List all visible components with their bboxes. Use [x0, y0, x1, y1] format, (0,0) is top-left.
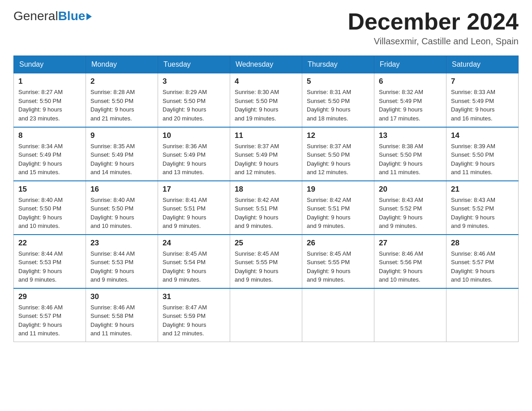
day-number: 22	[18, 239, 81, 248]
day-number: 14	[451, 131, 514, 140]
table-row: 14 Sunrise: 8:39 AM Sunset: 5:50 PM Dayl…	[446, 127, 519, 181]
table-row: 28 Sunrise: 8:46 AM Sunset: 5:57 PM Dayl…	[446, 235, 519, 288]
table-row: 23 Sunrise: 8:44 AM Sunset: 5:53 PM Dayl…	[86, 235, 158, 288]
day-number: 30	[90, 292, 153, 301]
day-number: 15	[18, 185, 81, 194]
page-header: General Blue December 2024 Villasexmir, …	[13, 9, 519, 47]
day-number: 9	[90, 131, 153, 140]
table-row: 24 Sunrise: 8:45 AM Sunset: 5:54 PM Dayl…	[158, 235, 230, 288]
day-number: 4	[235, 77, 297, 86]
day-number: 10	[163, 131, 225, 140]
day-number: 31	[163, 292, 225, 301]
day-number: 16	[90, 185, 153, 194]
logo-blue-text: Blue	[58, 9, 86, 23]
table-row: 3 Sunrise: 8:29 AM Sunset: 5:50 PM Dayli…	[158, 73, 230, 127]
day-number: 5	[307, 77, 369, 86]
day-info: Sunrise: 8:40 AM Sunset: 5:50 PM Dayligh…	[18, 196, 81, 231]
table-row: 10 Sunrise: 8:36 AM Sunset: 5:49 PM Dayl…	[158, 127, 230, 181]
table-row: 31 Sunrise: 8:47 AM Sunset: 5:59 PM Dayl…	[158, 288, 230, 342]
table-row	[374, 288, 446, 342]
title-section: December 2024 Villasexmir, Castille and …	[348, 9, 519, 47]
day-number: 23	[90, 239, 153, 248]
table-row: 15 Sunrise: 8:40 AM Sunset: 5:50 PM Dayl…	[14, 181, 86, 235]
calendar-header-row: Sunday Monday Tuesday Wednesday Thursday…	[14, 56, 519, 73]
day-number: 28	[451, 239, 514, 248]
table-row: 19 Sunrise: 8:42 AM Sunset: 5:51 PM Dayl…	[302, 181, 374, 235]
table-row: 7 Sunrise: 8:33 AM Sunset: 5:49 PM Dayli…	[446, 73, 519, 127]
day-number: 17	[163, 185, 225, 194]
table-row: 17 Sunrise: 8:41 AM Sunset: 5:51 PM Dayl…	[158, 181, 230, 235]
day-number: 13	[379, 131, 442, 140]
day-number: 7	[451, 77, 514, 86]
calendar-week-row: 15 Sunrise: 8:40 AM Sunset: 5:50 PM Dayl…	[14, 181, 519, 235]
logo-general-text: General	[13, 9, 58, 23]
day-info: Sunrise: 8:46 AM Sunset: 5:57 PM Dayligh…	[451, 249, 514, 284]
day-info: Sunrise: 8:40 AM Sunset: 5:50 PM Dayligh…	[90, 196, 153, 231]
day-number: 19	[307, 185, 369, 194]
col-saturday: Saturday	[446, 56, 519, 73]
day-info: Sunrise: 8:46 AM Sunset: 5:58 PM Dayligh…	[90, 303, 153, 338]
day-info: Sunrise: 8:29 AM Sunset: 5:50 PM Dayligh…	[163, 88, 225, 123]
table-row: 21 Sunrise: 8:43 AM Sunset: 5:52 PM Dayl…	[446, 181, 519, 235]
day-number: 3	[163, 77, 225, 86]
day-info: Sunrise: 8:28 AM Sunset: 5:50 PM Dayligh…	[90, 88, 153, 123]
day-info: Sunrise: 8:42 AM Sunset: 5:51 PM Dayligh…	[235, 196, 297, 231]
day-number: 29	[18, 292, 81, 301]
day-number: 25	[235, 239, 297, 248]
day-number: 20	[379, 185, 442, 194]
day-info: Sunrise: 8:45 AM Sunset: 5:55 PM Dayligh…	[307, 249, 369, 284]
day-info: Sunrise: 8:32 AM Sunset: 5:49 PM Dayligh…	[379, 88, 442, 123]
calendar-week-row: 1 Sunrise: 8:27 AM Sunset: 5:50 PM Dayli…	[14, 73, 519, 127]
col-wednesday: Wednesday	[230, 56, 302, 73]
day-info: Sunrise: 8:46 AM Sunset: 5:57 PM Dayligh…	[18, 303, 81, 338]
day-info: Sunrise: 8:27 AM Sunset: 5:50 PM Dayligh…	[18, 88, 81, 123]
col-thursday: Thursday	[302, 56, 374, 73]
table-row: 18 Sunrise: 8:42 AM Sunset: 5:51 PM Dayl…	[230, 181, 302, 235]
table-row: 11 Sunrise: 8:37 AM Sunset: 5:49 PM Dayl…	[230, 127, 302, 181]
day-info: Sunrise: 8:35 AM Sunset: 5:49 PM Dayligh…	[90, 142, 153, 177]
day-info: Sunrise: 8:36 AM Sunset: 5:49 PM Dayligh…	[163, 142, 225, 177]
day-number: 24	[163, 239, 225, 248]
table-row: 27 Sunrise: 8:46 AM Sunset: 5:56 PM Dayl…	[374, 235, 446, 288]
location-text: Villasexmir, Castille and Leon, Spain	[348, 36, 519, 47]
day-info: Sunrise: 8:46 AM Sunset: 5:56 PM Dayligh…	[379, 249, 442, 284]
day-info: Sunrise: 8:43 AM Sunset: 5:52 PM Dayligh…	[451, 196, 514, 231]
calendar-week-row: 8 Sunrise: 8:34 AM Sunset: 5:49 PM Dayli…	[14, 127, 519, 181]
day-info: Sunrise: 8:38 AM Sunset: 5:50 PM Dayligh…	[379, 142, 442, 177]
day-info: Sunrise: 8:43 AM Sunset: 5:52 PM Dayligh…	[379, 196, 442, 231]
table-row: 16 Sunrise: 8:40 AM Sunset: 5:50 PM Dayl…	[86, 181, 158, 235]
day-number: 18	[235, 185, 297, 194]
table-row: 29 Sunrise: 8:46 AM Sunset: 5:57 PM Dayl…	[14, 288, 86, 342]
table-row: 1 Sunrise: 8:27 AM Sunset: 5:50 PM Dayli…	[14, 73, 86, 127]
day-number: 11	[235, 131, 297, 140]
table-row	[230, 288, 302, 342]
day-info: Sunrise: 8:37 AM Sunset: 5:50 PM Dayligh…	[307, 142, 369, 177]
table-row: 13 Sunrise: 8:38 AM Sunset: 5:50 PM Dayl…	[374, 127, 446, 181]
day-info: Sunrise: 8:42 AM Sunset: 5:51 PM Dayligh…	[307, 196, 369, 231]
table-row: 20 Sunrise: 8:43 AM Sunset: 5:52 PM Dayl…	[374, 181, 446, 235]
table-row: 25 Sunrise: 8:45 AM Sunset: 5:55 PM Dayl…	[230, 235, 302, 288]
table-row: 26 Sunrise: 8:45 AM Sunset: 5:55 PM Dayl…	[302, 235, 374, 288]
table-row: 5 Sunrise: 8:31 AM Sunset: 5:50 PM Dayli…	[302, 73, 374, 127]
day-info: Sunrise: 8:45 AM Sunset: 5:54 PM Dayligh…	[163, 249, 225, 284]
day-info: Sunrise: 8:31 AM Sunset: 5:50 PM Dayligh…	[307, 88, 369, 123]
table-row	[446, 288, 519, 342]
day-info: Sunrise: 8:44 AM Sunset: 5:53 PM Dayligh…	[90, 249, 153, 284]
day-info: Sunrise: 8:44 AM Sunset: 5:53 PM Dayligh…	[18, 249, 81, 284]
day-number: 12	[307, 131, 369, 140]
day-info: Sunrise: 8:33 AM Sunset: 5:49 PM Dayligh…	[451, 88, 514, 123]
col-sunday: Sunday	[14, 56, 86, 73]
table-row: 12 Sunrise: 8:37 AM Sunset: 5:50 PM Dayl…	[302, 127, 374, 181]
table-row: 30 Sunrise: 8:46 AM Sunset: 5:58 PM Dayl…	[86, 288, 158, 342]
day-info: Sunrise: 8:30 AM Sunset: 5:50 PM Dayligh…	[235, 88, 297, 123]
day-number: 2	[90, 77, 153, 86]
day-number: 27	[379, 239, 442, 248]
logo-arrow-icon	[86, 13, 92, 20]
table-row: 2 Sunrise: 8:28 AM Sunset: 5:50 PM Dayli…	[86, 73, 158, 127]
col-friday: Friday	[374, 56, 446, 73]
calendar-week-row: 22 Sunrise: 8:44 AM Sunset: 5:53 PM Dayl…	[14, 235, 519, 288]
col-tuesday: Tuesday	[158, 56, 230, 73]
day-info: Sunrise: 8:39 AM Sunset: 5:50 PM Dayligh…	[451, 142, 514, 177]
day-info: Sunrise: 8:41 AM Sunset: 5:51 PM Dayligh…	[163, 196, 225, 231]
day-info: Sunrise: 8:34 AM Sunset: 5:49 PM Dayligh…	[18, 142, 81, 177]
